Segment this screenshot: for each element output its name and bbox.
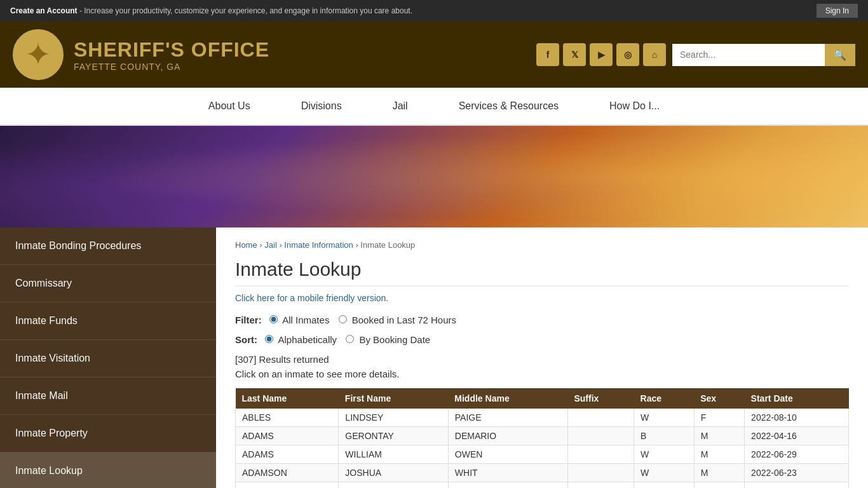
- cell-suffix: [567, 482, 634, 489]
- breadcrumb-inmate-info[interactable]: Inmate Information: [284, 240, 353, 250]
- mobile-friendly-link[interactable]: Click here for a mobile friendly version…: [235, 293, 849, 303]
- cell-last: ADAMSON: [236, 464, 339, 482]
- nav-how-do-i[interactable]: How Do I...: [584, 88, 685, 125]
- sidebar-item-commissary[interactable]: Commissary: [0, 265, 216, 302]
- cell-race: W: [634, 464, 695, 482]
- create-account-link[interactable]: Create an Account: [10, 6, 78, 15]
- cell-race: W: [634, 445, 695, 464]
- sort-alpha[interactable]: Alphabetically: [265, 334, 339, 345]
- cell-start: 2022-06-29: [745, 445, 849, 464]
- header-left: ✦ SHERIFF'S OFFICE FAYETTE COUNTY, GA: [13, 29, 269, 80]
- cell-first: GERONTAY: [339, 427, 448, 445]
- cell-sex: M: [694, 482, 744, 489]
- site-header: ✦ SHERIFF'S OFFICE FAYETTE COUNTY, GA f …: [0, 22, 868, 88]
- col-middle-name: Middle Name: [448, 388, 567, 409]
- table-row[interactable]: ADAMSGERONTAYDEMARIOBM2022-04-16: [236, 427, 849, 445]
- table-row[interactable]: ADAMSONJOSHUAWHITWM2022-06-23: [236, 464, 849, 482]
- header-right: f 𝕏 ▶ ◎ ⌂ 🔍: [536, 43, 855, 66]
- cell-start: 2022-06-23: [745, 464, 849, 482]
- col-suffix: Suffix: [567, 388, 634, 409]
- page-title: Inmate Lookup: [235, 259, 849, 287]
- table-row[interactable]: ALLENSEANONEILBM2022-09-11: [236, 482, 849, 489]
- filter-all-inmates[interactable]: All Inmates: [269, 315, 332, 325]
- sort-row: Sort: Alphabetically By Booking Date: [235, 334, 849, 345]
- filter-row: Filter: All Inmates Booked in Last 72 Ho…: [235, 315, 849, 325]
- filter-label: Filter:: [235, 315, 262, 325]
- home-icon[interactable]: ⌂: [643, 43, 666, 66]
- breadcrumb-jail[interactable]: Jail: [264, 240, 277, 250]
- nav-services-resources[interactable]: Services & Resources: [433, 88, 584, 125]
- nav-divisions[interactable]: Divisions: [276, 88, 367, 125]
- cell-middle: OWEN: [448, 445, 567, 464]
- cell-sex: M: [694, 464, 744, 482]
- filter-all-radio[interactable]: [269, 315, 278, 323]
- sort-date-radio[interactable]: [346, 335, 354, 343]
- content-wrapper: Inmate Bonding Procedures Commissary Inm…: [0, 227, 868, 488]
- sidebar: Inmate Bonding Procedures Commissary Inm…: [0, 227, 216, 488]
- cell-race: B: [634, 482, 695, 489]
- inmate-table: Last Name First Name Middle Name Suffix …: [235, 388, 849, 488]
- col-start-date: Start Date: [745, 388, 849, 409]
- table-row[interactable]: ABLESLINDSEYPAIGEWF2022-08-10: [236, 409, 849, 427]
- sign-in-button[interactable]: Sign In: [817, 4, 858, 18]
- top-bar-message: Create an Account - Increase your produc…: [10, 6, 412, 15]
- cell-suffix: [567, 409, 634, 427]
- instagram-icon[interactable]: ◎: [616, 43, 639, 66]
- facebook-icon[interactable]: f: [536, 43, 559, 66]
- filter-all-label: All Inmates: [282, 315, 329, 325]
- col-last-name: Last Name: [236, 388, 339, 409]
- star-icon: ✦: [25, 36, 51, 73]
- sort-date-label: By Booking Date: [359, 334, 430, 345]
- cell-middle: PAIGE: [448, 409, 567, 427]
- cell-middle: DEMARIO: [448, 427, 567, 445]
- cell-suffix: [567, 445, 634, 464]
- results-description: Click on an inmate to see more details.: [235, 369, 849, 379]
- breadcrumb: Home › Jail › Inmate Information › Inmat…: [235, 240, 849, 250]
- cell-first: WILLIAM: [339, 445, 448, 464]
- results-count: [307] Results returned: [235, 354, 849, 365]
- cell-middle: WHIT: [448, 464, 567, 482]
- youtube-icon[interactable]: ▶: [590, 43, 613, 66]
- breadcrumb-home[interactable]: Home: [235, 240, 257, 250]
- table-header-row: Last Name First Name Middle Name Suffix …: [236, 388, 849, 409]
- cell-first: LINDSEY: [339, 409, 448, 427]
- filter-72hours-radio[interactable]: [339, 315, 347, 323]
- cell-first: SEAN: [339, 482, 448, 489]
- cell-suffix: [567, 464, 634, 482]
- sidebar-item-property[interactable]: Inmate Property: [0, 415, 216, 452]
- cell-race: W: [634, 409, 695, 427]
- cell-start: 2022-08-10: [745, 409, 849, 427]
- sort-label: Sort:: [235, 334, 257, 345]
- cell-sex: M: [694, 427, 744, 445]
- sort-alpha-label: Alphabetically: [278, 334, 337, 345]
- hero-banner: [0, 126, 868, 227]
- cell-start: 2022-09-11: [745, 482, 849, 489]
- nav-jail[interactable]: Jail: [367, 88, 433, 125]
- sidebar-item-lookup[interactable]: Inmate Lookup: [0, 452, 216, 488]
- org-name: SHERIFF'S OFFICE: [74, 38, 269, 62]
- cell-suffix: [567, 427, 634, 445]
- top-bar: Create an Account - Increase your produc…: [0, 0, 868, 22]
- breadcrumb-current: Inmate Lookup: [360, 240, 415, 250]
- main-nav: About Us Divisions Jail Services & Resou…: [0, 88, 868, 126]
- org-subtitle: FAYETTE COUNTY, GA: [74, 62, 269, 72]
- cell-last: ALLEN: [236, 482, 339, 489]
- sidebar-item-visitation[interactable]: Inmate Visitation: [0, 340, 216, 377]
- twitter-icon[interactable]: 𝕏: [563, 43, 586, 66]
- nav-about-us[interactable]: About Us: [183, 88, 276, 125]
- sidebar-item-funds[interactable]: Inmate Funds: [0, 302, 216, 340]
- table-row[interactable]: ADAMSWILLIAMOWENWM2022-06-29: [236, 445, 849, 464]
- search-input[interactable]: [672, 44, 825, 66]
- sort-alpha-radio[interactable]: [265, 335, 273, 343]
- search-button[interactable]: 🔍: [825, 44, 855, 66]
- filter-72hours[interactable]: Booked in Last 72 Hours: [339, 315, 456, 325]
- sort-date[interactable]: By Booking Date: [346, 334, 430, 345]
- logo: ✦: [13, 29, 64, 80]
- cell-middle: ONEIL: [448, 482, 567, 489]
- filter-72hours-label: Booked in Last 72 Hours: [352, 315, 456, 325]
- cell-last: ABLES: [236, 409, 339, 427]
- sidebar-item-mail[interactable]: Inmate Mail: [0, 377, 216, 415]
- col-first-name: First Name: [339, 388, 448, 409]
- sidebar-item-bonding[interactable]: Inmate Bonding Procedures: [0, 227, 216, 265]
- cell-sex: M: [694, 445, 744, 464]
